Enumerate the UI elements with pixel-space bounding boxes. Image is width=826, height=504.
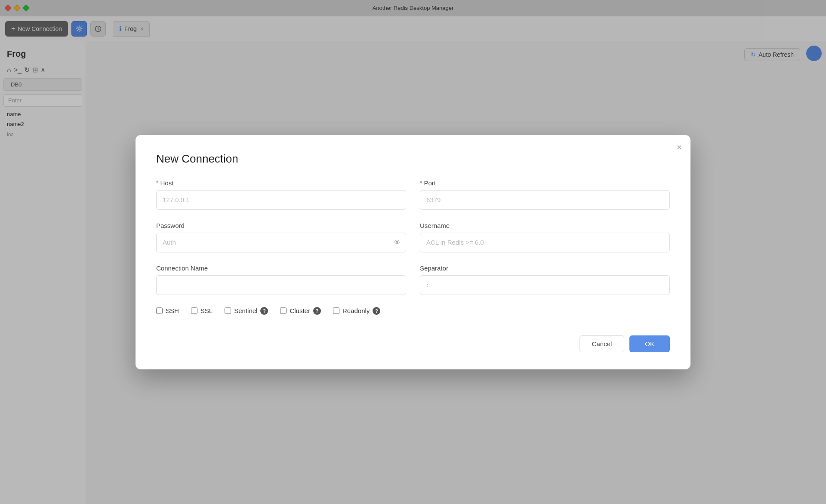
ssh-label: SSH (166, 307, 179, 314)
port-input[interactable] (420, 190, 670, 210)
port-label: * Port (420, 179, 670, 187)
connection-name-label: Connection Name (156, 264, 406, 272)
separator-label: Separator (420, 264, 670, 272)
host-group: * Host (156, 179, 406, 210)
connection-name-input[interactable] (156, 275, 406, 295)
separator-input[interactable] (420, 275, 670, 295)
password-username-row: Password 👁 Username (156, 222, 670, 252)
port-group: * Port (420, 179, 670, 210)
host-required-star: * (156, 179, 158, 186)
sentinel-label: Sentinel (234, 307, 257, 314)
host-input[interactable] (156, 190, 406, 210)
ssh-checkbox[interactable] (156, 307, 163, 314)
password-input[interactable] (156, 233, 406, 252)
cluster-help-icon[interactable]: ? (313, 307, 321, 315)
ssh-checkbox-item[interactable]: SSH (156, 307, 179, 314)
connection-separator-row: Connection Name Separator (156, 264, 670, 295)
ssl-checkbox-item[interactable]: SSL (191, 307, 213, 314)
readonly-label: Readonly (342, 307, 370, 314)
connection-name-group: Connection Name (156, 264, 406, 295)
ssl-checkbox[interactable] (191, 307, 197, 314)
cluster-checkbox[interactable] (280, 307, 287, 314)
sentinel-checkbox-item[interactable]: Sentinel ? (225, 307, 268, 315)
ok-button[interactable]: OK (629, 335, 670, 352)
modal-footer: Cancel OK (156, 335, 670, 352)
port-required-star: * (420, 179, 422, 186)
cluster-label: Cluster (290, 307, 310, 314)
password-group: Password 👁 (156, 222, 406, 252)
username-group: Username (420, 222, 670, 252)
separator-group: Separator (420, 264, 670, 295)
username-input[interactable] (420, 233, 670, 252)
modal-title: New Connection (156, 152, 670, 166)
new-connection-modal: × New Connection * Host * Port P (136, 135, 690, 369)
readonly-checkbox-item[interactable]: Readonly ? (333, 307, 380, 315)
eye-icon[interactable]: 👁 (394, 239, 401, 246)
modal-close-button[interactable]: × (677, 143, 682, 151)
checkboxes-row: SSH SSL Sentinel ? Cluster ? Readonly ? (156, 307, 670, 315)
modal-overlay: × New Connection * Host * Port P (0, 0, 826, 504)
host-port-row: * Host * Port (156, 179, 670, 210)
cancel-button[interactable]: Cancel (579, 335, 625, 352)
ssl-label: SSL (200, 307, 213, 314)
readonly-help-icon[interactable]: ? (373, 307, 380, 315)
sentinel-help-icon[interactable]: ? (260, 307, 268, 315)
cluster-checkbox-item[interactable]: Cluster ? (280, 307, 321, 315)
password-input-wrapper: 👁 (156, 233, 406, 252)
username-label: Username (420, 222, 670, 229)
password-label: Password (156, 222, 406, 229)
readonly-checkbox[interactable] (333, 307, 339, 314)
sentinel-checkbox[interactable] (225, 307, 231, 314)
host-label: * Host (156, 179, 406, 187)
